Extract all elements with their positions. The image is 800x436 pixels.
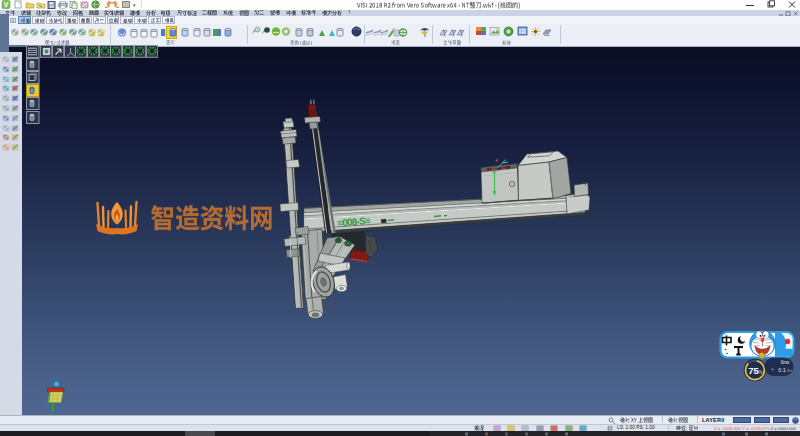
svg-text:%: % [758,369,762,374]
svg-text:K/s: K/s [787,368,792,372]
svg-text:0.1: 0.1 [778,366,786,372]
svg-text:0ms: 0ms [781,359,790,364]
